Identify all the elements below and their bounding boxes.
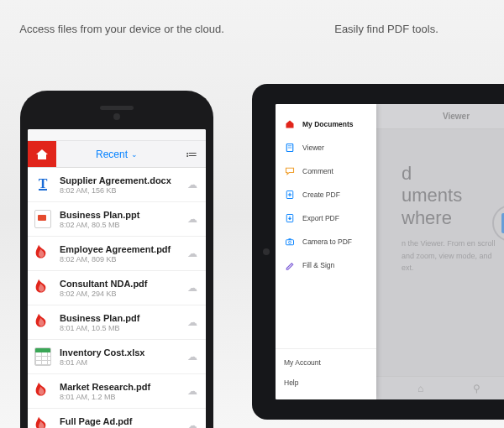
file-meta: 8:01 AM <box>60 358 186 367</box>
phone-screen: Recent ⌄ ≔ TSupplier Agreement.docx8:02 … <box>28 129 206 428</box>
pdf-icon <box>34 311 51 333</box>
pdf-icon <box>34 415 51 428</box>
caption-left: Access files from your device or the clo… <box>17 22 227 37</box>
file-row[interactable]: TSupplier Agreement.docx8:02 AM, 156 KB☁ <box>28 168 206 202</box>
create-icon <box>284 189 296 201</box>
file-meta: 8:02 AM, 80.5 MB <box>60 221 186 229</box>
tools-item-label: Camera to PDF <box>302 237 352 246</box>
view-toggle-button[interactable]: ≔ <box>177 141 206 167</box>
file-name: Employee Agreement.pdf <box>60 244 186 254</box>
tools-item-label: Fill & Sign <box>302 261 334 269</box>
file-list: TSupplier Agreement.docx8:02 AM, 156 KB☁… <box>28 168 206 428</box>
list-icon: ≔ <box>186 148 197 161</box>
recent-label: Recent <box>96 149 128 160</box>
file-row[interactable]: Inventory Cost.xlsx8:01 AM☁ <box>28 340 206 374</box>
file-name: Market Research.pdf <box>60 382 186 392</box>
cloud-status-icon: ☁ <box>186 385 199 397</box>
tools-item-camera[interactable]: Camera to PDF <box>276 230 376 253</box>
tools-item-comment[interactable]: Comment <box>276 159 376 183</box>
chevron-down-icon: ⌄ <box>131 150 138 159</box>
tools-item-label: Help <box>284 378 298 387</box>
file-name: Inventory Cost.xlsx <box>60 347 186 358</box>
tools-item-label: My Documents <box>302 120 353 128</box>
ppt-icon <box>34 210 51 228</box>
viewer-icon <box>284 142 296 154</box>
cloud-status-icon: ☁ <box>186 179 199 191</box>
file-name: Business Plan.ppt <box>60 210 186 220</box>
file-row[interactable]: Business Plan.pdf8:01 AM, 10.5 MB☁ <box>28 305 206 340</box>
caption-right: Easily find PDF tools. <box>302 22 470 37</box>
tools-item-create[interactable]: Create PDF <box>276 183 376 206</box>
recent-dropdown[interactable]: Recent ⌄ <box>56 141 177 167</box>
cloud-status-icon: ☁ <box>186 248 199 259</box>
tablet-screen: Viewer Undo d uments where n the Viewer.… <box>276 104 504 399</box>
cloud-status-icon: ☁ <box>186 351 199 363</box>
file-row[interactable]: Consultant NDA.pdf8:02 AM, 294 KB☁ <box>28 271 206 305</box>
pdf-icon <box>34 277 51 299</box>
home-button[interactable] <box>28 141 56 167</box>
file-name: Business Plan.pdf <box>60 313 186 323</box>
tools-item-label: Create PDF <box>302 191 340 199</box>
tools-item-home[interactable]: My Documents <box>276 112 376 136</box>
tablet-dim-overlay[interactable] <box>376 104 504 399</box>
svg-point-6 <box>289 241 291 243</box>
file-row[interactable]: Full Page Ad.pdf8:01 AM☁ <box>28 409 206 428</box>
cloud-status-icon: ☁ <box>186 316 199 328</box>
tools-item-help[interactable]: Help <box>276 373 376 393</box>
tablet-device-frame: Viewer Undo d uments where n the Viewer.… <box>252 84 504 420</box>
file-meta: 8:02 AM, 294 KB <box>60 290 186 298</box>
camera-icon <box>284 236 296 248</box>
file-name: Consultant NDA.pdf <box>60 279 186 289</box>
phone-topbar: Recent ⌄ ≔ <box>28 141 206 168</box>
file-name: Full Page Ad.pdf <box>60 416 186 426</box>
file-meta: 8:01 AM, 10.5 MB <box>60 324 186 332</box>
file-meta: 8:02 AM, 809 KB <box>60 255 186 264</box>
file-name: Supplier Agreement.docx <box>60 175 186 185</box>
cloud-status-icon: ☁ <box>186 282 199 294</box>
svg-rect-7 <box>289 238 291 240</box>
tools-item-my-account[interactable]: My Account <box>276 352 376 373</box>
comment-icon <box>284 165 296 177</box>
tools-item-viewer[interactable]: Viewer <box>276 136 376 159</box>
svg-rect-5 <box>286 240 294 245</box>
tools-panel: My DocumentsViewerCommentCreate PDFExpor… <box>276 104 376 399</box>
cloud-status-icon: ☁ <box>186 213 199 225</box>
tools-item-export[interactable]: Export PDF <box>276 206 376 230</box>
tools-item-sign[interactable]: Fill & Sign <box>276 253 376 277</box>
tools-item-label: Export PDF <box>302 214 339 222</box>
phone-device-frame: Recent ⌄ ≔ TSupplier Agreement.docx8:02 … <box>20 91 213 428</box>
cloud-status-icon: ☁ <box>186 420 199 428</box>
file-row[interactable]: Business Plan.ppt8:02 AM, 80.5 MB☁ <box>28 202 206 237</box>
doc-icon: T <box>39 179 48 191</box>
sign-icon <box>284 259 296 271</box>
pdf-icon <box>34 243 51 264</box>
home-icon <box>284 118 296 130</box>
pdf-icon <box>34 380 51 402</box>
tools-item-label: My Account <box>284 358 321 367</box>
tools-item-label: Comment <box>302 167 333 175</box>
file-meta: 8:01 AM, 1.2 MB <box>60 393 186 401</box>
file-row[interactable]: Employee Agreement.pdf8:02 AM, 809 KB☁ <box>28 237 206 271</box>
phone-statusbar <box>28 129 206 141</box>
xls-icon <box>34 347 51 366</box>
home-icon <box>36 149 48 159</box>
file-meta: 8:02 AM, 156 KB <box>60 186 186 195</box>
file-row[interactable]: Market Research.pdf8:01 AM, 1.2 MB☁ <box>28 374 206 409</box>
export-icon <box>284 212 296 224</box>
tools-item-label: Viewer <box>302 144 324 152</box>
